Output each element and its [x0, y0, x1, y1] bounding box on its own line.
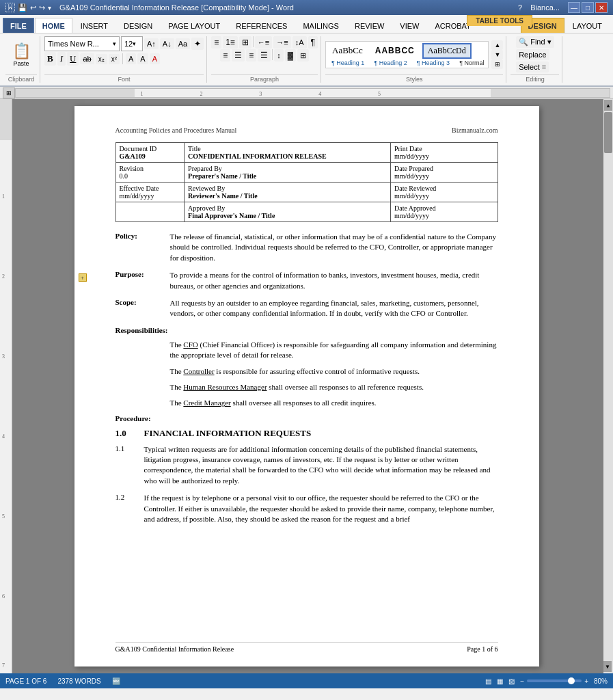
shading-btn[interactable]: ▓	[285, 49, 296, 62]
underline-btn[interactable]: U	[67, 52, 79, 66]
replace-btn[interactable]: Replace	[516, 49, 549, 60]
revision-label: Revision	[120, 165, 181, 172]
justify-btn[interactable]: ☰	[258, 49, 271, 62]
paste-label: Paste	[13, 60, 29, 67]
tab-view[interactable]: VIEW	[392, 18, 426, 33]
line-spacing-btn[interactable]: ↕	[274, 49, 284, 62]
text-effects-btn[interactable]: A	[126, 53, 136, 64]
change-case-btn[interactable]: Aa	[176, 38, 190, 49]
styles-more-btn[interactable]: ⊞	[491, 59, 503, 69]
table-cell: Date Reviewed mm/dd/yyyy	[390, 183, 498, 202]
zoom-in-btn[interactable]: +	[584, 677, 588, 685]
show-marks-btn[interactable]: ¶	[308, 36, 318, 49]
style-normal-label[interactable]: ¶ Normal	[457, 59, 487, 66]
responsibility-item-credit: The Credit Manager shall oversee all res…	[170, 398, 498, 408]
align-right-btn[interactable]: ≡	[246, 49, 256, 62]
select-btn[interactable]: Select =	[516, 62, 549, 72]
quick-access-save[interactable]: 💾	[18, 3, 27, 12]
paragraph-inner: ≡ 1≡ ⊞ ←≡ →≡ ↕A ¶ ≡ ☰ ≡ ☰ ↕ ▓	[211, 36, 318, 72]
tab-home[interactable]: HOME	[35, 18, 72, 33]
font-color-btn[interactable]: A	[150, 53, 160, 64]
style-h1-label[interactable]: ¶ Heading 1	[327, 59, 368, 66]
date-approved-value: mm/dd/yyyy	[394, 212, 494, 219]
increase-indent-btn[interactable]: →≡	[273, 36, 290, 49]
subscript-btn[interactable]: x₂	[96, 54, 107, 64]
ruler-marks: 1 2 3 4 5	[16, 89, 610, 97]
paste-button[interactable]: 📋 Paste	[9, 40, 34, 69]
style-h3-label[interactable]: ¶ Heading 3	[413, 59, 454, 66]
reviewed-by-label: Reviewed By	[188, 185, 387, 192]
bold-btn[interactable]: B	[44, 52, 56, 66]
scrollbar[interactable]: ▲ ▼	[603, 99, 613, 673]
approved-by-value: Final Approver's Name / Title	[188, 212, 387, 219]
zoom-slider[interactable]	[527, 679, 582, 682]
decrease-indent-btn[interactable]: ←≡	[255, 36, 272, 49]
style-heading1-preview[interactable]: AaBbCc	[327, 43, 368, 58]
multilevel-btn[interactable]: ⊞	[239, 36, 251, 49]
effective-date-label: Effective Date	[120, 185, 181, 192]
subsection-1-2: 1.2 If the request is by telephone or a …	[115, 493, 498, 524]
ribbon-content: 📋 Paste Clipboard Times New R... ▾ 12 ▾	[0, 35, 613, 84]
font-name-box[interactable]: Times New R... ▾	[44, 36, 120, 51]
style-heading2-preview[interactable]: AABBCC	[370, 44, 420, 57]
tab-references[interactable]: REFERENCES	[228, 18, 295, 33]
font-size-box[interactable]: 12 ▾	[121, 36, 143, 51]
font-dropdown-icon[interactable]: ▾	[113, 40, 116, 47]
footer-left: G&A109 Confidential Information Release	[115, 645, 234, 653]
zoom-thumb	[568, 677, 575, 684]
close-btn[interactable]: ✕	[595, 2, 608, 13]
scroll-thumb[interactable]	[604, 112, 612, 153]
view-web-btn[interactable]: ▨	[508, 677, 515, 685]
tab-layout-tool[interactable]: LAYOUT	[565, 18, 610, 33]
styles-up-btn[interactable]: ▲	[491, 40, 503, 50]
clipboard-label: Clipboard	[5, 74, 37, 83]
scroll-up[interactable]: ▲	[604, 100, 612, 111]
word-count: 2378 WORDS	[57, 677, 100, 685]
selection-handle[interactable]: +	[79, 273, 87, 282]
print-date-label: Print Date	[394, 145, 494, 152]
borders-btn[interactable]: ⊞	[297, 49, 309, 62]
quick-access-more[interactable]: ▾	[48, 4, 51, 12]
zoom-out-btn[interactable]: −	[520, 677, 524, 685]
view-print-btn[interactable]: ▤	[485, 677, 491, 685]
hr-manager-link: Human Resources Manager	[183, 383, 267, 391]
ribbon: 📋 Paste Clipboard Times New R... ▾ 12 ▾	[0, 33, 613, 87]
strikethrough-btn[interactable]: ab	[80, 53, 94, 64]
find-btn[interactable]: 🔍 Find ▾	[516, 36, 554, 48]
paragraph-group: ≡ 1≡ ⊞ ←≡ →≡ ↕A ¶ ≡ ☰ ≡ ☰ ↕ ▓	[208, 36, 321, 83]
quick-access-undo[interactable]: ↩	[30, 3, 36, 12]
sub-content-1-1: Typical written requests are for additio…	[144, 444, 498, 487]
tool-tabs: DESIGN LAYOUT	[521, 18, 610, 33]
tab-file[interactable]: FILE	[3, 18, 34, 33]
font-size-dropdown-icon[interactable]: ▾	[133, 40, 136, 47]
align-left-btn[interactable]: ≡	[220, 49, 230, 62]
maximize-btn[interactable]: □	[582, 2, 594, 13]
tab-insert[interactable]: INSERT	[73, 18, 115, 33]
quick-access-redo[interactable]: ↪	[39, 3, 45, 12]
view-fullscreen-btn[interactable]: ▦	[497, 677, 503, 685]
tab-page-layout[interactable]: PAGE LAYOUT	[161, 18, 228, 33]
align-center-btn[interactable]: ☰	[232, 49, 245, 62]
tab-review[interactable]: REVIEW	[347, 18, 392, 33]
clear-format-btn[interactable]: ✦	[191, 38, 204, 50]
style-h2-label[interactable]: ¶ Heading 2	[371, 59, 409, 66]
styles-down-btn[interactable]: ▼	[491, 50, 503, 59]
tab-design-main[interactable]: DESIGN	[116, 18, 160, 33]
sort-btn[interactable]: ↕A	[292, 36, 307, 49]
help-btn[interactable]: ?	[518, 3, 522, 12]
style-normal-preview[interactable]: AaBbCcDd	[422, 43, 472, 59]
tab-mailings[interactable]: MAILINGS	[295, 18, 346, 33]
minimize-btn[interactable]: —	[568, 2, 580, 13]
highlight-btn[interactable]: A	[137, 53, 148, 64]
superscript-btn[interactable]: x²	[109, 54, 120, 64]
bullets-btn[interactable]: ≡	[211, 36, 221, 49]
scroll-down[interactable]: ▼	[603, 661, 612, 672]
policy-label: Policy:	[115, 232, 170, 263]
paste-icon: 📋	[12, 42, 31, 60]
credit-manager-link: Credit Manager	[183, 399, 230, 407]
numbering-btn[interactable]: 1≡	[223, 36, 238, 49]
ruler-corner[interactable]: ⊞	[3, 88, 15, 98]
font-shrink-btn[interactable]: A↓	[160, 38, 174, 49]
italic-btn[interactable]: I	[57, 52, 66, 66]
font-grow-btn[interactable]: A↑	[144, 38, 159, 49]
